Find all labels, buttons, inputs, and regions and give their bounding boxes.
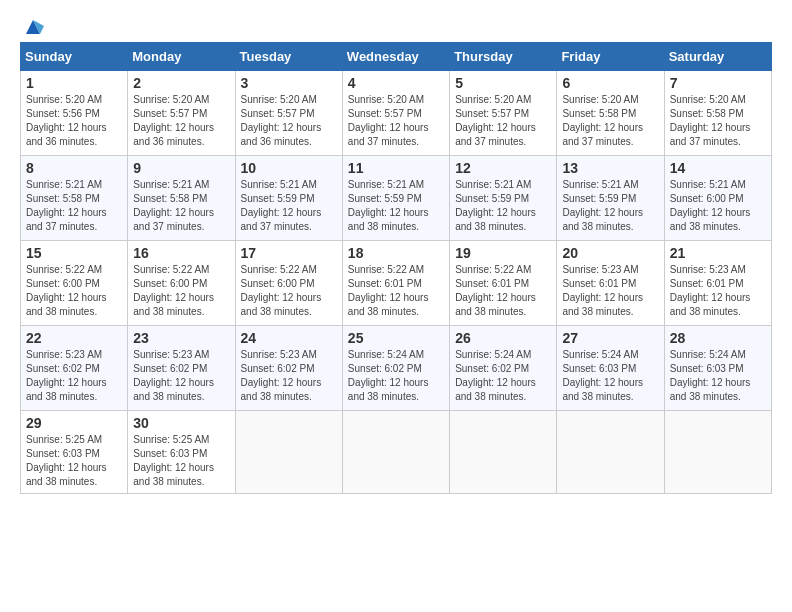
day-info: Sunrise: 5:20 AM Sunset: 5:57 PM Dayligh… bbox=[241, 93, 337, 149]
weekday-header: Friday bbox=[557, 43, 664, 71]
day-info: Sunrise: 5:22 AM Sunset: 6:00 PM Dayligh… bbox=[26, 263, 122, 319]
day-number: 12 bbox=[455, 160, 551, 176]
day-info: Sunrise: 5:22 AM Sunset: 6:00 PM Dayligh… bbox=[241, 263, 337, 319]
day-info: Sunrise: 5:22 AM Sunset: 6:01 PM Dayligh… bbox=[348, 263, 444, 319]
calendar-cell: 22Sunrise: 5:23 AM Sunset: 6:02 PM Dayli… bbox=[21, 326, 128, 411]
weekday-header-row: SundayMondayTuesdayWednesdayThursdayFrid… bbox=[21, 43, 772, 71]
calendar-cell bbox=[664, 411, 771, 494]
calendar-cell bbox=[342, 411, 449, 494]
day-number: 22 bbox=[26, 330, 122, 346]
calendar-cell: 30Sunrise: 5:25 AM Sunset: 6:03 PM Dayli… bbox=[128, 411, 235, 494]
day-number: 28 bbox=[670, 330, 766, 346]
calendar-cell: 20Sunrise: 5:23 AM Sunset: 6:01 PM Dayli… bbox=[557, 241, 664, 326]
calendar-cell: 13Sunrise: 5:21 AM Sunset: 5:59 PM Dayli… bbox=[557, 156, 664, 241]
day-info: Sunrise: 5:20 AM Sunset: 5:56 PM Dayligh… bbox=[26, 93, 122, 149]
day-number: 11 bbox=[348, 160, 444, 176]
day-info: Sunrise: 5:23 AM Sunset: 6:02 PM Dayligh… bbox=[133, 348, 229, 404]
weekday-header: Wednesday bbox=[342, 43, 449, 71]
weekday-header: Sunday bbox=[21, 43, 128, 71]
calendar-cell: 10Sunrise: 5:21 AM Sunset: 5:59 PM Dayli… bbox=[235, 156, 342, 241]
day-number: 27 bbox=[562, 330, 658, 346]
day-info: Sunrise: 5:23 AM Sunset: 6:02 PM Dayligh… bbox=[26, 348, 122, 404]
day-info: Sunrise: 5:25 AM Sunset: 6:03 PM Dayligh… bbox=[26, 433, 122, 489]
day-number: 16 bbox=[133, 245, 229, 261]
day-number: 18 bbox=[348, 245, 444, 261]
calendar-cell: 8Sunrise: 5:21 AM Sunset: 5:58 PM Daylig… bbox=[21, 156, 128, 241]
calendar-week-row: 15Sunrise: 5:22 AM Sunset: 6:00 PM Dayli… bbox=[21, 241, 772, 326]
day-number: 25 bbox=[348, 330, 444, 346]
day-info: Sunrise: 5:23 AM Sunset: 6:02 PM Dayligh… bbox=[241, 348, 337, 404]
day-number: 29 bbox=[26, 415, 122, 431]
day-number: 17 bbox=[241, 245, 337, 261]
day-info: Sunrise: 5:20 AM Sunset: 5:57 PM Dayligh… bbox=[455, 93, 551, 149]
day-number: 14 bbox=[670, 160, 766, 176]
day-info: Sunrise: 5:22 AM Sunset: 6:01 PM Dayligh… bbox=[455, 263, 551, 319]
calendar-cell bbox=[450, 411, 557, 494]
calendar-week-row: 1Sunrise: 5:20 AM Sunset: 5:56 PM Daylig… bbox=[21, 71, 772, 156]
calendar-cell: 19Sunrise: 5:22 AM Sunset: 6:01 PM Dayli… bbox=[450, 241, 557, 326]
calendar-cell: 14Sunrise: 5:21 AM Sunset: 6:00 PM Dayli… bbox=[664, 156, 771, 241]
day-info: Sunrise: 5:20 AM Sunset: 5:57 PM Dayligh… bbox=[348, 93, 444, 149]
day-number: 26 bbox=[455, 330, 551, 346]
calendar-cell: 21Sunrise: 5:23 AM Sunset: 6:01 PM Dayli… bbox=[664, 241, 771, 326]
calendar-cell: 17Sunrise: 5:22 AM Sunset: 6:00 PM Dayli… bbox=[235, 241, 342, 326]
weekday-header: Monday bbox=[128, 43, 235, 71]
day-number: 13 bbox=[562, 160, 658, 176]
calendar-week-row: 29Sunrise: 5:25 AM Sunset: 6:03 PM Dayli… bbox=[21, 411, 772, 494]
calendar-cell: 9Sunrise: 5:21 AM Sunset: 5:58 PM Daylig… bbox=[128, 156, 235, 241]
day-number: 15 bbox=[26, 245, 122, 261]
calendar-cell: 29Sunrise: 5:25 AM Sunset: 6:03 PM Dayli… bbox=[21, 411, 128, 494]
weekday-header: Thursday bbox=[450, 43, 557, 71]
calendar-cell: 6Sunrise: 5:20 AM Sunset: 5:58 PM Daylig… bbox=[557, 71, 664, 156]
day-number: 20 bbox=[562, 245, 658, 261]
calendar-week-row: 8Sunrise: 5:21 AM Sunset: 5:58 PM Daylig… bbox=[21, 156, 772, 241]
calendar-cell bbox=[235, 411, 342, 494]
day-number: 6 bbox=[562, 75, 658, 91]
day-info: Sunrise: 5:21 AM Sunset: 5:59 PM Dayligh… bbox=[348, 178, 444, 234]
day-number: 7 bbox=[670, 75, 766, 91]
day-number: 2 bbox=[133, 75, 229, 91]
day-info: Sunrise: 5:20 AM Sunset: 5:58 PM Dayligh… bbox=[670, 93, 766, 149]
day-number: 23 bbox=[133, 330, 229, 346]
day-info: Sunrise: 5:23 AM Sunset: 6:01 PM Dayligh… bbox=[670, 263, 766, 319]
day-number: 9 bbox=[133, 160, 229, 176]
day-number: 5 bbox=[455, 75, 551, 91]
calendar-cell: 26Sunrise: 5:24 AM Sunset: 6:02 PM Dayli… bbox=[450, 326, 557, 411]
day-number: 10 bbox=[241, 160, 337, 176]
day-number: 19 bbox=[455, 245, 551, 261]
day-info: Sunrise: 5:21 AM Sunset: 5:59 PM Dayligh… bbox=[455, 178, 551, 234]
calendar-cell: 4Sunrise: 5:20 AM Sunset: 5:57 PM Daylig… bbox=[342, 71, 449, 156]
day-info: Sunrise: 5:25 AM Sunset: 6:03 PM Dayligh… bbox=[133, 433, 229, 489]
logo bbox=[20, 20, 44, 32]
calendar-table: SundayMondayTuesdayWednesdayThursdayFrid… bbox=[20, 42, 772, 494]
day-info: Sunrise: 5:23 AM Sunset: 6:01 PM Dayligh… bbox=[562, 263, 658, 319]
calendar-cell: 1Sunrise: 5:20 AM Sunset: 5:56 PM Daylig… bbox=[21, 71, 128, 156]
day-number: 3 bbox=[241, 75, 337, 91]
day-number: 21 bbox=[670, 245, 766, 261]
calendar-cell: 7Sunrise: 5:20 AM Sunset: 5:58 PM Daylig… bbox=[664, 71, 771, 156]
day-info: Sunrise: 5:24 AM Sunset: 6:03 PM Dayligh… bbox=[562, 348, 658, 404]
calendar-cell: 15Sunrise: 5:22 AM Sunset: 6:00 PM Dayli… bbox=[21, 241, 128, 326]
calendar-cell bbox=[557, 411, 664, 494]
calendar-cell: 18Sunrise: 5:22 AM Sunset: 6:01 PM Dayli… bbox=[342, 241, 449, 326]
calendar-cell: 2Sunrise: 5:20 AM Sunset: 5:57 PM Daylig… bbox=[128, 71, 235, 156]
day-info: Sunrise: 5:20 AM Sunset: 5:57 PM Dayligh… bbox=[133, 93, 229, 149]
calendar-cell: 23Sunrise: 5:23 AM Sunset: 6:02 PM Dayli… bbox=[128, 326, 235, 411]
calendar-cell: 16Sunrise: 5:22 AM Sunset: 6:00 PM Dayli… bbox=[128, 241, 235, 326]
logo-icon bbox=[22, 16, 44, 38]
day-info: Sunrise: 5:21 AM Sunset: 5:58 PM Dayligh… bbox=[26, 178, 122, 234]
calendar-cell: 11Sunrise: 5:21 AM Sunset: 5:59 PM Dayli… bbox=[342, 156, 449, 241]
day-info: Sunrise: 5:20 AM Sunset: 5:58 PM Dayligh… bbox=[562, 93, 658, 149]
day-number: 8 bbox=[26, 160, 122, 176]
weekday-header: Tuesday bbox=[235, 43, 342, 71]
day-number: 30 bbox=[133, 415, 229, 431]
day-info: Sunrise: 5:24 AM Sunset: 6:02 PM Dayligh… bbox=[348, 348, 444, 404]
page-header bbox=[10, 10, 782, 37]
calendar-cell: 24Sunrise: 5:23 AM Sunset: 6:02 PM Dayli… bbox=[235, 326, 342, 411]
day-number: 24 bbox=[241, 330, 337, 346]
day-info: Sunrise: 5:21 AM Sunset: 5:58 PM Dayligh… bbox=[133, 178, 229, 234]
day-info: Sunrise: 5:21 AM Sunset: 6:00 PM Dayligh… bbox=[670, 178, 766, 234]
calendar-cell: 28Sunrise: 5:24 AM Sunset: 6:03 PM Dayli… bbox=[664, 326, 771, 411]
calendar-cell: 25Sunrise: 5:24 AM Sunset: 6:02 PM Dayli… bbox=[342, 326, 449, 411]
day-number: 1 bbox=[26, 75, 122, 91]
